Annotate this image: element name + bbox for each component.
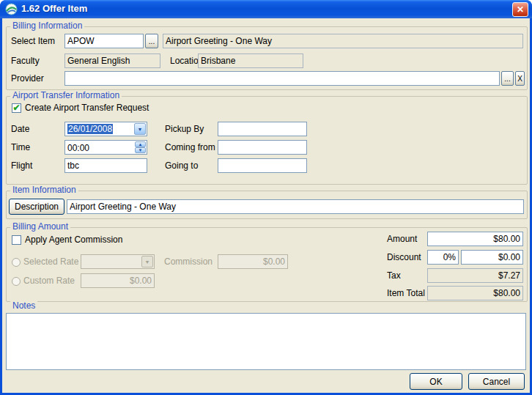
faculty-label: Faculty [11, 56, 40, 66]
item-total-field [427, 286, 523, 300]
provider-input[interactable] [64, 71, 500, 86]
coming-from-input[interactable] [218, 140, 307, 155]
select-item-browse-button[interactable]: ... [145, 34, 158, 48]
going-to-input[interactable] [218, 158, 307, 173]
titlebar[interactable]: 1.62 Offer Item ✕ [0, 0, 532, 18]
cancel-button[interactable]: Cancel [468, 373, 525, 390]
offer-item-dialog: 1.62 Offer Item ✕ Billing Information Se… [0, 0, 532, 395]
create-transfer-checkbox[interactable]: ✔ [12, 103, 21, 113]
date-value: 26/01/2008 [67, 124, 133, 134]
window-title: 1.62 Offer Item [21, 3, 87, 14]
selected-rate-radio[interactable] [12, 258, 21, 267]
time-label: Time [11, 143, 30, 152]
going-to-label: Going to [165, 161, 198, 171]
close-button[interactable]: ✕ [512, 2, 528, 17]
billing-amount-title: Billing Amount [10, 222, 70, 232]
chevron-down-icon[interactable]: ▼ [134, 123, 146, 135]
selected-rate-label: Selected Rate [23, 257, 78, 267]
provider-browse-button[interactable]: ... [501, 71, 514, 86]
tax-field [427, 268, 523, 283]
commission-input [218, 254, 288, 269]
dialog-body: Billing Information Select Item ... Facu… [2, 18, 530, 393]
select-item-label: Select Item [11, 37, 55, 46]
discount-percent-input[interactable] [427, 250, 459, 265]
provider-clear-button[interactable]: X [515, 71, 525, 86]
pickup-by-label: Pickup By [165, 125, 204, 134]
spin-down-icon[interactable]: ▼ [135, 147, 146, 153]
selected-rate-combobox[interactable]: ▼ [81, 254, 155, 269]
custom-rate-label: Custom Rate [23, 276, 75, 286]
close-icon: ✕ [517, 4, 524, 15]
tax-label: Tax [387, 271, 401, 281]
app-icon [5, 3, 18, 15]
discount-amount-input[interactable] [461, 250, 523, 265]
flight-label: Flight [11, 161, 32, 171]
item-information-title: Item Information [10, 185, 78, 195]
create-transfer-label: Create Airport Transfer Request [25, 103, 149, 113]
spin-up-icon[interactable]: ▲ [135, 141, 146, 147]
pickup-by-input[interactable] [218, 122, 307, 136]
commission-label: Commission [164, 257, 213, 267]
notes-textarea[interactable] [6, 313, 526, 370]
apply-commission-checkbox[interactable] [12, 235, 21, 245]
chevron-down-icon: ▼ [141, 256, 153, 267]
flight-input[interactable] [64, 158, 147, 173]
select-item-input[interactable] [64, 34, 144, 48]
ok-button[interactable]: OK [410, 373, 462, 390]
location-field [198, 53, 303, 68]
select-item-description-field [163, 34, 523, 48]
amount-label: Amount [387, 235, 417, 244]
billing-information-title: Billing Information [10, 21, 84, 31]
airport-transfer-title: Airport Transfer Information [10, 91, 122, 100]
time-spinner[interactable]: 00:00 ▲ ▼ [64, 140, 147, 155]
custom-rate-input [81, 273, 155, 288]
date-combobox[interactable]: 26/01/2008 ▼ [64, 122, 147, 136]
coming-from-label: Coming from [165, 143, 215, 152]
custom-rate-radio[interactable] [12, 277, 21, 286]
item-total-label: Item Total [387, 289, 425, 298]
description-button[interactable]: Description [9, 199, 64, 215]
provider-label: Provider [11, 74, 44, 84]
amount-input[interactable] [427, 232, 523, 246]
time-value: 00:00 [67, 143, 89, 153]
item-description-input[interactable] [67, 199, 524, 214]
notes-title: Notes [10, 301, 37, 311]
check-icon: ✔ [12, 103, 20, 112]
faculty-field [64, 53, 160, 68]
discount-label: Discount [387, 253, 421, 262]
apply-commission-label: Apply Agent Commission [25, 235, 122, 245]
date-label: Date [11, 125, 29, 134]
